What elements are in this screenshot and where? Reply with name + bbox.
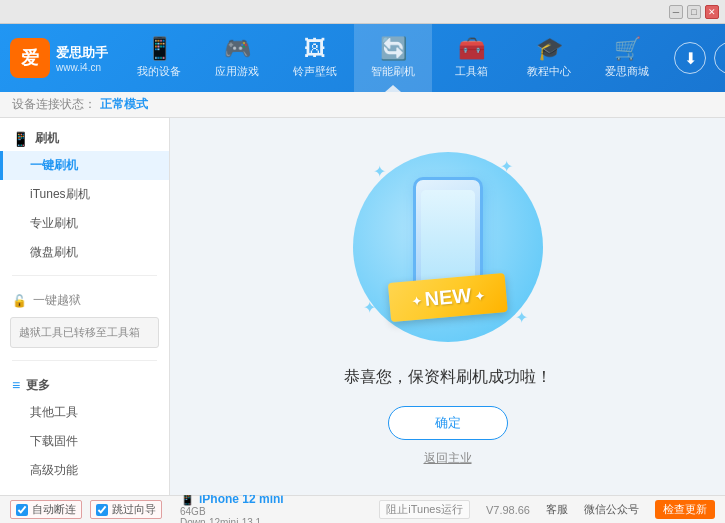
- sidebar-section-flash: 📱 刷机 一键刷机 iTunes刷机 专业刷机 微盘刷机: [0, 118, 169, 271]
- nav-item-smart-flash[interactable]: 🔄 智能刷机: [354, 24, 432, 92]
- sidebar-divider-1: [12, 275, 157, 276]
- more-section-label: 更多: [26, 377, 50, 394]
- nav-icon-smart-flash: 🔄: [380, 38, 407, 60]
- nav-items: 📱 我的设备 🎮 应用游戏 🖼 铃声壁纸 🔄 智能刷机 🧰 工具箱 🎓 教程中心…: [120, 24, 666, 92]
- more-section-icon: ≡: [12, 377, 20, 393]
- nav-item-toolbox[interactable]: 🧰 工具箱: [432, 24, 510, 92]
- sparkle-4: ✦: [515, 308, 528, 327]
- check-update-button[interactable]: 检查更新: [655, 500, 715, 519]
- status-value: 正常模式: [100, 96, 148, 113]
- phone-screen: [421, 190, 475, 286]
- sparkle-1: ✦: [373, 162, 386, 181]
- bottombar: 自动断连 跳过向导 📱 iPhone 12 mini 64GB Down-12m…: [0, 495, 725, 523]
- nav-item-my-device[interactable]: 📱 我的设备: [120, 24, 198, 92]
- maximize-button[interactable]: □: [687, 5, 701, 19]
- nav-icon-toolbox: 🧰: [458, 38, 485, 60]
- skip-wizard-checkbox[interactable]: [96, 504, 108, 516]
- phone-illustration: ✦ ✦ ✦ ✦ NEW: [348, 147, 548, 347]
- nav-icon-my-device: 📱: [146, 38, 173, 60]
- status-label: 设备连接状态：: [12, 96, 96, 113]
- sidebar: 📱 刷机 一键刷机 iTunes刷机 专业刷机 微盘刷机 🔓 一键越狱 越狱工具…: [0, 118, 170, 495]
- main-area: 📱 刷机 一键刷机 iTunes刷机 专业刷机 微盘刷机 🔓 一键越狱 越狱工具…: [0, 118, 725, 495]
- nav-label-app-games: 应用游戏: [215, 64, 259, 79]
- skip-wizard-label[interactable]: 跳过向导: [90, 500, 162, 519]
- brand-site: www.i4.cn: [56, 62, 108, 73]
- logo-icon: 爱: [10, 38, 50, 78]
- nav-label-tutorial: 教程中心: [527, 64, 571, 79]
- wechat-official-link[interactable]: 微信公众号: [584, 502, 639, 517]
- sidebar-item-pro-flash[interactable]: 专业刷机: [0, 209, 169, 238]
- nav-label-toolbox: 工具箱: [455, 64, 488, 79]
- titlebar: ─ □ ✕: [0, 0, 725, 24]
- jailbreak-section-label: 一键越狱: [33, 292, 81, 309]
- sidebar-item-itunes-flash[interactable]: iTunes刷机: [0, 180, 169, 209]
- sidebar-divider-2: [12, 360, 157, 361]
- sparkle-3: ✦: [363, 298, 376, 317]
- nav-label-store: 爱思商城: [605, 64, 649, 79]
- logo-text: 爱思助手 www.i4.cn: [56, 44, 108, 73]
- profile-button[interactable]: 👤: [714, 42, 725, 74]
- sidebar-item-advanced[interactable]: 高级功能: [0, 456, 169, 485]
- close-button[interactable]: ✕: [705, 5, 719, 19]
- sparkle-2: ✦: [500, 157, 513, 176]
- confirm-button[interactable]: 确定: [388, 406, 508, 440]
- sidebar-section-more: ≡ 更多 其他工具 下载固件 高级功能: [0, 365, 169, 489]
- sidebar-item-one-key-flash[interactable]: 一键刷机: [0, 151, 169, 180]
- nav-icon-store: 🛒: [614, 38, 641, 60]
- nav-item-store[interactable]: 🛒 爱思商城: [588, 24, 666, 92]
- sidebar-section-jailbreak: 🔓 一键越狱 越狱工具已转移至工具箱: [0, 280, 169, 356]
- sidebar-item-other-tools[interactable]: 其他工具: [0, 398, 169, 427]
- statusbar: 设备连接状态： 正常模式: [0, 92, 725, 118]
- bottom-right: 阻止iTunes运行 V7.98.66 客服 微信公众号 检查更新: [379, 500, 715, 519]
- nav-item-app-games[interactable]: 🎮 应用游戏: [198, 24, 276, 92]
- content-area: ✦ ✦ ✦ ✦ NEW 恭喜您，保资料刷机成功啦！ 确定 返回主业: [170, 118, 725, 495]
- device-firmware: Down-12mini-13.1: [180, 517, 284, 524]
- flash-section-label: 刷机: [35, 130, 59, 147]
- device-info: 📱 iPhone 12 mini 64GB Down-12mini-13.1: [180, 492, 284, 524]
- skip-wizard-text: 跳过向导: [112, 502, 156, 517]
- nav-icon-wallpaper: 🖼: [304, 38, 326, 60]
- sidebar-section-header-more: ≡ 更多: [0, 373, 169, 398]
- sidebar-item-download-firmware[interactable]: 下载固件: [0, 427, 169, 456]
- nav-icon-app-games: 🎮: [224, 38, 251, 60]
- minimize-button[interactable]: ─: [669, 5, 683, 19]
- auto-close-label[interactable]: 自动断连: [10, 500, 82, 519]
- brand-name: 爱思助手: [56, 44, 108, 62]
- bottom-left: 自动断连 跳过向导 📱 iPhone 12 mini 64GB Down-12m…: [10, 492, 379, 524]
- success-message: 恭喜您，保资料刷机成功啦！: [344, 367, 552, 388]
- sidebar-item-downgrade-flash[interactable]: 微盘刷机: [0, 238, 169, 267]
- auto-close-text: 自动断连: [32, 502, 76, 517]
- jailbreak-notice: 越狱工具已转移至工具箱: [10, 317, 159, 348]
- version-label: V7.98.66: [486, 504, 530, 516]
- header-actions: ⬇ 👤: [674, 42, 725, 74]
- nav-label-my-device: 我的设备: [137, 64, 181, 79]
- customer-service-link[interactable]: 客服: [546, 502, 568, 517]
- sidebar-section-header-jailbreak: 🔓 一键越狱: [0, 288, 169, 313]
- nav-icon-tutorial: 🎓: [536, 38, 563, 60]
- logo-area: 爱 爱思助手 www.i4.cn: [10, 38, 120, 78]
- nav-item-wallpaper[interactable]: 🖼 铃声壁纸: [276, 24, 354, 92]
- return-link[interactable]: 返回主业: [424, 450, 472, 467]
- header: 爱 爱思助手 www.i4.cn 📱 我的设备 🎮 应用游戏 🖼 铃声壁纸 🔄 …: [0, 24, 725, 92]
- nav-label-wallpaper: 铃声壁纸: [293, 64, 337, 79]
- nav-item-tutorial[interactable]: 🎓 教程中心: [510, 24, 588, 92]
- nav-label-smart-flash: 智能刷机: [371, 64, 415, 79]
- auto-close-checkbox[interactable]: [16, 504, 28, 516]
- sidebar-section-header-flash: 📱 刷机: [0, 126, 169, 151]
- flash-section-icon: 📱: [12, 131, 29, 147]
- device-storage: 64GB: [180, 506, 284, 517]
- stop-itunes-button[interactable]: 阻止iTunes运行: [379, 500, 470, 519]
- download-button[interactable]: ⬇: [674, 42, 706, 74]
- jailbreak-section-icon: 🔓: [12, 294, 27, 308]
